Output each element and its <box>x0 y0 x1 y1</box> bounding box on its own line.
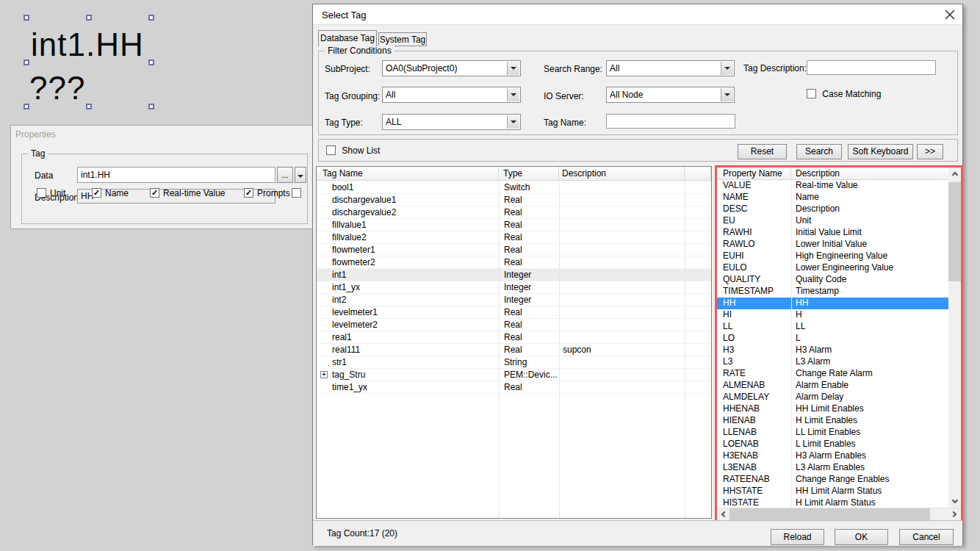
tag-table-row[interactable]: fillvalue1Real <box>317 219 711 231</box>
property-row[interactable]: QUALITYQuality Code <box>717 274 948 286</box>
unit-checkbox[interactable] <box>37 188 46 198</box>
column-header-description[interactable]: Description <box>559 167 685 181</box>
selection-handle[interactable] <box>86 104 92 109</box>
tab-database-tag[interactable]: Database Tag <box>318 30 377 46</box>
property-row[interactable]: HHHH <box>717 298 948 309</box>
real-time-value-checkbox[interactable]: ✓ <box>150 188 159 198</box>
tag-table-row[interactable]: time1_yxReal <box>317 381 711 394</box>
property-row[interactable]: EUHIHigh Engineering Value <box>717 251 948 262</box>
selection-handle[interactable] <box>24 104 29 109</box>
property-row[interactable]: RAWLOLower Initial Value <box>717 239 948 251</box>
property-row[interactable]: H3H3 Alarm <box>717 345 948 356</box>
tag-table-row[interactable]: levelmeter2Real <box>317 319 711 331</box>
reset-button[interactable]: Reset <box>738 144 787 159</box>
property-row[interactable]: HHSTATEHH Limit Alarm Status <box>717 486 948 497</box>
property-row[interactable]: EUUnit <box>717 215 948 227</box>
dialog-titlebar[interactable]: Select Tag <box>313 4 962 25</box>
expand-icon[interactable]: + <box>320 371 328 378</box>
browse-button[interactable]: ... <box>277 167 293 183</box>
extra-checkbox[interactable] <box>292 188 301 198</box>
show-list-checkbox[interactable] <box>326 145 336 155</box>
property-row[interactable]: NAMEName <box>717 192 948 204</box>
property-row[interactable]: LLLL <box>717 321 948 333</box>
property-row[interactable]: ALMENABAlarm Enable <box>717 380 948 392</box>
prompts-checkbox[interactable]: ✓ <box>244 188 253 198</box>
property-row[interactable]: TIMESTAMPTimestamp <box>717 286 948 298</box>
tag-table-row[interactable]: bool1Switch <box>317 181 711 194</box>
close-icon[interactable] <box>945 10 955 20</box>
property-row[interactable]: LOL <box>717 333 948 345</box>
tag-table-row[interactable]: dischargevalue1Real <box>317 194 711 206</box>
column-header-property-description[interactable]: Description <box>791 168 948 180</box>
tag-table-header[interactable]: Tag Name Type Description <box>317 167 711 181</box>
selection-handle[interactable] <box>86 15 92 21</box>
scroll-right-button[interactable] <box>948 508 961 520</box>
property-row[interactable]: DESCDescription <box>717 204 948 215</box>
vertical-scrollbar-thumb[interactable] <box>948 182 961 281</box>
scroll-left-button[interactable] <box>717 508 729 520</box>
tag-table-row[interactable]: levelmeter1Real <box>317 306 711 319</box>
property-row[interactable]: EULOLower Engineering Value <box>717 262 948 274</box>
more-button[interactable]: >> <box>917 144 943 159</box>
tag-table-row[interactable]: int1_yxInteger <box>317 281 711 294</box>
tag-table-row[interactable]: fillvalue2Real <box>317 231 711 244</box>
scroll-down-button[interactable] <box>948 495 961 508</box>
canvas-tag-text[interactable]: int1.HH <box>31 26 144 63</box>
tag-table-row[interactable]: int1Integer <box>317 269 711 281</box>
search-button[interactable]: Search <box>796 144 842 159</box>
horizontal-scrollbar-thumb[interactable] <box>729 508 930 521</box>
tag-name-input[interactable] <box>606 114 735 129</box>
vertical-scrollbar[interactable] <box>948 168 961 508</box>
property-row[interactable]: HIH <box>717 309 948 321</box>
property-table-header[interactable]: Property Name Description <box>717 168 948 180</box>
tag-table-row[interactable]: flowmeter1Real <box>317 244 711 256</box>
selection-handle[interactable] <box>24 60 29 65</box>
property-row[interactable]: LLENABLL Limit Enables <box>717 427 948 439</box>
tab-system-tag[interactable]: System Tag <box>378 32 427 46</box>
property-row[interactable]: L3ENABL3 Alarm Enables <box>717 462 948 474</box>
property-row[interactable]: HHENABHH Limit Enables <box>717 403 948 415</box>
name-checkbox[interactable]: ✓ <box>92 188 101 198</box>
property-row[interactable]: RATEChange Rate Alarm <box>717 368 948 380</box>
tag-table-row[interactable]: int2Integer <box>317 294 711 306</box>
tag-table-row[interactable]: dischargevalue2Real <box>317 206 711 219</box>
property-row[interactable]: H3ENABH3 Alarm Enables <box>717 450 948 462</box>
property-row[interactable]: VALUEReal-time Value <box>717 180 948 192</box>
combo-dropdown-button[interactable] <box>507 88 519 101</box>
tag-table-row[interactable]: +tag_StruPEM::Devic... <box>317 369 711 381</box>
selection-handle[interactable] <box>148 104 154 109</box>
tag-type-combobox[interactable]: ALL <box>382 114 521 130</box>
tag-description-input[interactable] <box>807 60 936 75</box>
combo-dropdown-button[interactable] <box>507 62 519 75</box>
cancel-button[interactable]: Cancel <box>899 529 954 545</box>
property-row[interactable]: LOENABL Limit Enables <box>717 439 948 450</box>
property-row[interactable]: ALMDELAYAlarm Delay <box>717 392 948 403</box>
property-row[interactable]: HIENABH Limit Enables <box>717 415 948 427</box>
property-row[interactable]: RATEENABChange Range Enables <box>717 474 948 486</box>
column-header-type[interactable]: Type <box>499 167 559 181</box>
tag-table-row[interactable]: real1Real <box>317 331 711 344</box>
case-matching-checkbox[interactable] <box>807 89 816 98</box>
scroll-up-button[interactable] <box>948 168 961 180</box>
property-row[interactable]: RAWHIInitial Value Limit <box>717 227 948 239</box>
combo-dropdown-button[interactable] <box>507 115 519 129</box>
data-input[interactable] <box>77 167 275 183</box>
reload-button[interactable]: Reload <box>771 529 824 545</box>
tag-table-row[interactable]: flowmeter2Real <box>317 256 711 269</box>
subproject-combobox[interactable]: OA0(SubProject0) <box>382 60 521 76</box>
tag-table-row[interactable]: real111Realsupcon <box>317 344 711 356</box>
selection-handle[interactable] <box>148 60 154 65</box>
column-header-property-name[interactable]: Property Name <box>717 168 791 180</box>
data-dropdown-button[interactable] <box>295 167 306 183</box>
column-header-tag-name[interactable]: Tag Name <box>317 167 499 181</box>
io-server-combobox[interactable]: All Node <box>606 87 735 103</box>
property-row[interactable]: L3L3 Alarm <box>717 356 948 368</box>
property-row[interactable]: HISTATEH Limit Alarm Status <box>717 497 948 508</box>
tag-grouping-combobox[interactable]: All <box>382 87 521 103</box>
soft-keyboard-button[interactable]: Soft Keyboard <box>848 144 913 159</box>
combo-dropdown-button[interactable] <box>721 88 733 101</box>
selection-handle[interactable] <box>148 15 154 21</box>
tag-table-row[interactable]: str1String <box>317 356 711 369</box>
search-range-combobox[interactable]: All <box>606 60 735 76</box>
ok-button[interactable]: OK <box>835 529 888 545</box>
